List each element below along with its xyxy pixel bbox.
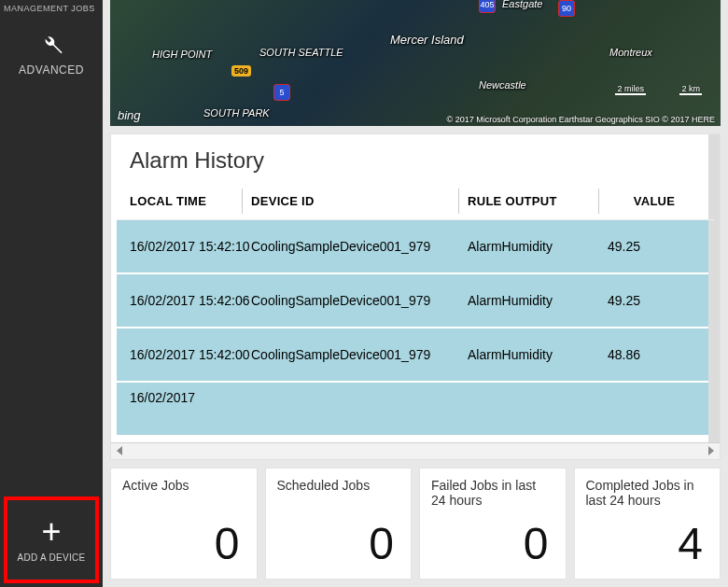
sidebar: MANAGEMENT JOBS ADVANCED + ADD A DEVICE [0,0,103,587]
table-row[interactable]: 16/02/2017 15:42:00 CoolingSampleDevice0… [117,328,714,383]
vertical-scrollbar[interactable] [708,134,720,442]
map-route-i405: 405 [479,0,496,13]
tile-label: Scheduled Jobs [277,478,400,493]
cell-device: CoolingSampleDevice001_979 [251,239,468,254]
tile-value: 4 [586,518,709,569]
map-scale-km: 2 km [679,84,702,95]
add-device-label: ADD A DEVICE [11,552,91,563]
table-row[interactable]: 16/02/2017 15:42:10 CoolingSampleDevice0… [117,220,714,274]
main-content: HIGH POINT SOUTH SEATTLE Mercer Island E… [103,0,728,587]
alarm-history-title: Alarm History [111,134,720,183]
tile-scheduled-jobs[interactable]: Scheduled Jobs 0 [265,468,413,580]
map-credits: © 2017 Microsoft Corporation Earthstar G… [447,115,715,124]
cell-time: 16/02/2017 [130,390,251,405]
sidebar-item-advanced[interactable]: ADVANCED [0,32,103,77]
tile-label: Active Jobs [122,478,245,493]
col-rule-output[interactable]: RULE OUTPUT [468,194,608,208]
sidebar-item-management-jobs[interactable]: MANAGEMENT JOBS [0,2,103,22]
wrench-icon [38,32,64,58]
map-label-south-park: SOUTH PARK [203,107,270,119]
map-route-i90: 90 [558,0,575,17]
col-local-time[interactable]: LOCAL TIME [130,194,251,208]
map-route-i5: 5 [273,84,290,101]
map-route-509: 509 [231,65,251,77]
tile-value: 0 [122,518,245,569]
map-scale-miles: 2 miles [615,84,646,95]
table-row[interactable]: 16/02/2017 [117,383,714,437]
add-device-button[interactable]: + ADD A DEVICE [4,496,99,583]
alarm-history-panel: Alarm History LOCAL TIME DEVICE ID RULE … [110,133,721,460]
tile-label: Completed Jobs in last 24 hours [586,478,709,508]
table-row[interactable]: 16/02/2017 15:42:06 CoolingSampleDevice0… [117,274,714,328]
cell-value: 48.86 [608,347,701,362]
map-label-eastgate: Eastgate [502,0,542,9]
tile-completed-jobs[interactable]: Completed Jobs in last 24 hours 4 [574,468,721,580]
tile-failed-jobs[interactable]: Failed Jobs in last 24 hours 0 [419,468,567,580]
tile-value: 0 [431,518,554,569]
cell-time: 16/02/2017 15:42:10 [130,239,251,254]
horizontal-scrollbar[interactable] [111,442,720,459]
cell-device: CoolingSampleDevice001_979 [251,293,468,308]
cell-rule: AlarmHumidity [468,347,608,362]
alarm-table: LOCAL TIME DEVICE ID RULE OUTPUT VALUE 1… [111,183,720,442]
cell-rule: AlarmHumidity [468,239,608,254]
cell-rule: AlarmHumidity [468,293,608,308]
map-label-high-point: HIGH POINT [152,49,212,60]
cell-value: 49.25 [608,239,701,254]
tile-active-jobs[interactable]: Active Jobs 0 [110,468,258,580]
bing-logo: bing [118,108,141,122]
map-label-south-seattle: SOUTH SEATTLE [259,47,343,58]
map-panel[interactable]: HIGH POINT SOUTH SEATTLE Mercer Island E… [110,0,721,126]
cell-time: 16/02/2017 15:42:06 [130,293,251,308]
plus-icon: + [11,515,91,549]
map-label-montreux: Montreux [609,47,652,58]
cell-device: CoolingSampleDevice001_979 [251,347,468,362]
table-header: LOCAL TIME DEVICE ID RULE OUTPUT VALUE [117,183,714,220]
col-value[interactable]: VALUE [608,194,701,208]
jobs-tiles-row: Active Jobs 0 Scheduled Jobs 0 Failed Jo… [110,468,721,580]
tile-value: 0 [277,518,400,569]
cell-value: 49.25 [608,293,701,308]
cell-time: 16/02/2017 15:42:00 [130,347,251,362]
advanced-label: ADVANCED [0,63,103,77]
tile-label: Failed Jobs in last 24 hours [431,478,554,508]
map-label-newcastle: Newcastle [479,79,526,91]
map-label-mercer-island: Mercer Island [390,33,464,47]
col-device-id[interactable]: DEVICE ID [251,194,468,208]
